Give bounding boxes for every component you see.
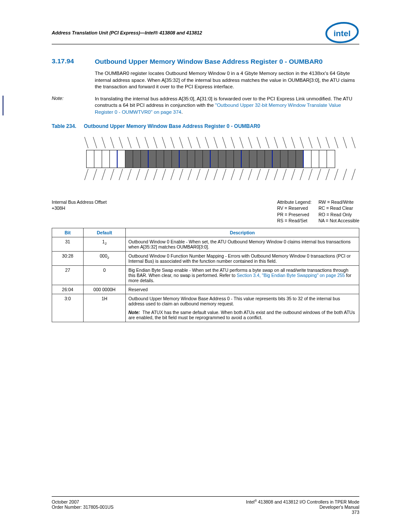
legend-item: NA = Not Accessible	[318, 218, 359, 223]
table-title: Outbound Upper Memory Window Base Addres…	[84, 123, 260, 129]
footer-left: October 2007 Order Number: 317805-001US	[52, 499, 114, 515]
legend-item: PR = Preserved	[277, 212, 309, 217]
footer-order: Order Number: 317805-001US	[52, 504, 114, 510]
attribute-legend: Attribute Legend: RV = Reserved PR = Pre…	[277, 199, 359, 224]
bitfield-diagram	[86, 137, 359, 197]
legend-item: RO = Read Only	[318, 212, 352, 217]
footer-right: Intel® 413808 and 413812 I/O Controllers…	[246, 499, 359, 515]
note-body: In translating the internal bus address …	[95, 96, 359, 116]
legend-row: Internal Bus Address Offset +308H Attrib…	[52, 199, 359, 224]
footer-doc-title: Intel® 413808 and 413812 I/O Controllers…	[246, 499, 359, 504]
svg-text:intel: intel	[333, 29, 350, 38]
table-row: 270Big Endian Byte Swap enable - When se…	[52, 265, 359, 285]
note-block: Note: In translating the internal bus ad…	[3, 96, 359, 116]
section-title: Outbound Upper Memory Window Base Addres…	[95, 57, 323, 66]
section-number: 3.17.94	[52, 57, 95, 66]
paragraph: The OUMBAR0 register locates Outbound Me…	[95, 70, 359, 90]
xref-link[interactable]: Section 3.4, "Big Endian Byte Swapping" …	[237, 273, 345, 278]
table-row: 3:01HOutbound Upper Memory Window Base A…	[52, 294, 359, 322]
col-description: Description	[126, 228, 359, 237]
table-row: 26:04000 0000HReserved	[52, 285, 359, 294]
note-label: Note:	[52, 96, 95, 116]
page-header: Address Translation Unit (PCI Express)—I…	[52, 22, 359, 44]
address-offset: Internal Bus Address Offset +308H	[52, 199, 107, 224]
legend-item: RC = Read Clear	[318, 205, 353, 211]
table-row: 30:280002Outbound Window 0 Function Numb…	[52, 251, 359, 265]
offset-value: +308H	[52, 205, 65, 211]
legend-item: RW = Read/Write	[318, 199, 354, 205]
table-row: 3112Outbound Window 0 Enable - When set,…	[52, 237, 359, 251]
note-text-b: .	[181, 109, 183, 115]
footer-date: October 2007	[52, 499, 79, 504]
table-number: Table 234.	[52, 123, 76, 129]
section-heading: 3.17.94 Outbound Upper Memory Window Bas…	[52, 57, 359, 66]
page-footer: October 2007 Order Number: 317805-001US …	[52, 496, 359, 515]
col-default: Default	[84, 228, 126, 237]
legend-item: RS = Read/Set	[277, 218, 307, 223]
offset-label: Internal Bus Address Offset	[52, 199, 107, 205]
col-bit: Bit	[52, 228, 84, 237]
legend-title: Attribute Legend:	[277, 199, 311, 205]
footer-manual: Developer's Manual	[320, 504, 359, 510]
footer-page: 373	[352, 510, 359, 515]
intel-logo: intel	[325, 22, 359, 44]
register-table: Bit Default Description 3112Outbound Win…	[52, 228, 359, 322]
legend-item: RV = Reserved	[277, 205, 308, 211]
running-head: Address Translation Unit (PCI Express)—I…	[52, 30, 202, 35]
table-caption: Table 234. Outbound Upper Memory Window …	[52, 123, 359, 129]
